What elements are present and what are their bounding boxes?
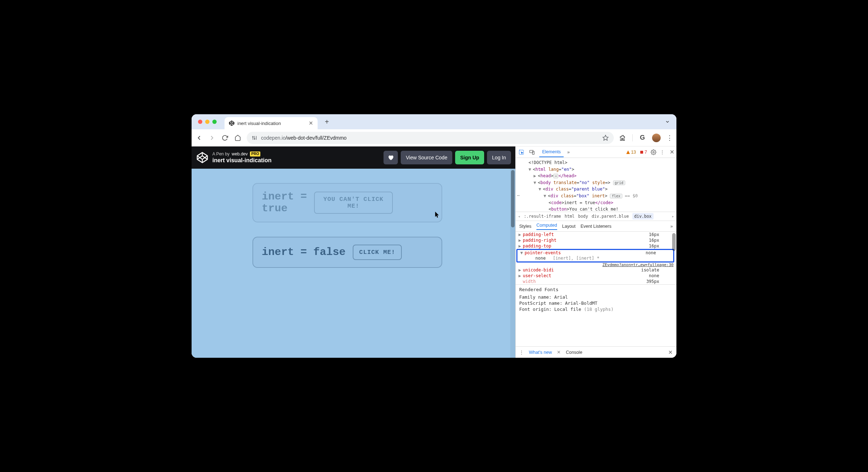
home-button[interactable]: [234, 134, 242, 142]
codepen-header: A Pen by web.dev PRO inert visual-indica…: [192, 146, 515, 169]
browser-menu-button[interactable]: ⋮: [666, 134, 673, 142]
more-tabs-icon[interactable]: »: [567, 150, 570, 155]
event-listeners-tab[interactable]: Event Listeners: [580, 224, 611, 229]
warnings-badge[interactable]: 13: [626, 150, 636, 155]
font-origin: Font origin: Local file (18 glyphs): [519, 307, 673, 312]
byline-author[interactable]: web.dev: [232, 151, 248, 156]
reload-button[interactable]: [221, 134, 229, 142]
codepen-logo-icon[interactable]: [196, 151, 209, 164]
svg-rect-8: [640, 151, 643, 154]
rendered-fonts-heading: Rendered Fonts: [519, 287, 673, 292]
computed-scrollbar-thumb[interactable]: [672, 233, 676, 251]
highlighted-prop: ▼pointer-eventsnone none[inert], [inert]…: [516, 249, 674, 263]
computed-tab[interactable]: Computed: [536, 223, 557, 230]
google-icon[interactable]: G: [638, 134, 646, 142]
drawer-close-icon[interactable]: ✕: [668, 349, 673, 356]
errors-badge[interactable]: 7: [640, 150, 647, 155]
view-source-button[interactable]: View Source Code: [401, 151, 452, 164]
love-button[interactable]: [384, 151, 398, 164]
demo-iframe: inert =true YOU CAN'T CLICK ME! inert = …: [192, 169, 515, 358]
devtools-settings-icon[interactable]: [651, 149, 656, 155]
inert-true-button: YOU CAN'T CLICK ME!: [314, 192, 393, 214]
devtools-panel: Elements » 13 7 ⋮ ✕: [515, 146, 676, 358]
browser-window: inert visual-indication ✕ + codepen.io/w…: [192, 114, 676, 358]
inert-false-code: inert = false: [262, 246, 346, 258]
back-button[interactable]: [195, 134, 203, 142]
styles-tab[interactable]: Styles: [519, 224, 531, 229]
browser-toolbar: codepen.io/web-dot-dev/full/ZEvdmmo G ⋮: [192, 129, 676, 146]
window-close-button[interactable]: [198, 120, 202, 124]
byline-prefix: A Pen by: [212, 151, 230, 156]
svg-point-2: [254, 138, 255, 139]
scrollbar-thumb[interactable]: [511, 170, 515, 227]
codepen-byline: A Pen by web.dev PRO: [212, 151, 271, 156]
font-family: Family name: Arial: [519, 294, 673, 300]
dom-tree[interactable]: ⋯ <!DOCTYPE html> ▼<html lang="en"> ▶<he…: [516, 158, 676, 212]
tab-title: inert visual-indication: [237, 121, 281, 126]
inspect-icon[interactable]: [518, 149, 525, 156]
dom-overflow-icon: ⋯: [517, 192, 520, 199]
styles-more-icon[interactable]: »: [670, 224, 673, 229]
toolbar-right: G ⋮: [619, 134, 673, 142]
codepen-titles: A Pen by web.dev PRO inert visual-indica…: [212, 151, 271, 164]
address-bar[interactable]: codepen.io/web-dot-dev/full/ZEvdmmo: [247, 132, 614, 144]
bookmark-star-icon[interactable]: [602, 135, 609, 141]
svg-marker-3: [603, 135, 608, 140]
inert-true-code: inert =true: [262, 191, 307, 215]
layout-tab[interactable]: Layout: [562, 224, 576, 229]
font-ps: PostScript name: Arial-BoldMT: [519, 300, 673, 306]
svg-point-1: [252, 136, 254, 138]
tab-list-button[interactable]: [665, 119, 670, 124]
computed-panel[interactable]: ▶padding-left16px ▶padding-right16px ▶pa…: [516, 232, 676, 346]
page-content: A Pen by web.dev PRO inert visual-indica…: [192, 146, 515, 358]
extensions-icon[interactable]: [619, 134, 627, 142]
devtools-close-icon[interactable]: ✕: [670, 149, 674, 155]
crumb-left-icon[interactable]: ◂: [518, 214, 520, 219]
mouse-cursor-icon: [435, 212, 440, 218]
window-zoom-button[interactable]: [212, 120, 217, 124]
whats-new-close-icon[interactable]: ✕: [557, 350, 561, 355]
source-link[interactable]: ZEvdmmo?anon=tr…ew=fullpage:30: [516, 263, 676, 267]
iframe-scrollbar[interactable]: [510, 169, 515, 358]
inert-false-button[interactable]: CLICK ME!: [353, 245, 402, 260]
svg-point-9: [653, 151, 654, 153]
devtools-drawer: ⋮ What's new ✕ Console ✕: [516, 346, 676, 358]
codepen-actions: View Source Code Sign Up Log In: [384, 151, 511, 164]
console-tab[interactable]: Console: [566, 350, 582, 355]
prop-row: ▶padding-left16px: [516, 232, 676, 237]
inert-true-box: inert =true YOU CAN'T CLICK ME!: [252, 183, 442, 222]
breadcrumb-item[interactable]: body: [578, 214, 588, 219]
whats-new-tab[interactable]: What's new: [529, 350, 552, 355]
prop-row-pointer-events: ▼pointer-eventsnone: [517, 250, 673, 256]
forward-button[interactable]: [208, 134, 216, 142]
device-toggle-icon[interactable]: [529, 149, 536, 156]
url-text: codepen.io/web-dot-dev/full/ZEvdmmo: [261, 135, 347, 141]
tab-close-icon[interactable]: ✕: [309, 120, 313, 126]
breadcrumb-item[interactable]: :.result-iframe: [524, 214, 561, 219]
prop-row: ▶padding-right16px: [516, 237, 676, 243]
window-minimize-button[interactable]: [205, 120, 209, 124]
devtools-tabs: Elements » 13 7 ⋮ ✕: [516, 146, 676, 158]
devtools-more-icon[interactable]: ⋮: [660, 149, 665, 155]
rendered-fonts: Rendered Fonts Family name: Arial PostSc…: [516, 284, 676, 315]
tab-strip: inert visual-indication ✕ +: [192, 114, 676, 129]
profile-avatar[interactable]: [652, 134, 661, 142]
breadcrumb-item[interactable]: html: [565, 214, 575, 219]
drawer-more-icon[interactable]: ⋮: [519, 350, 524, 355]
pen-title: inert visual-indication: [212, 157, 271, 164]
sign-up-button[interactable]: Sign Up: [455, 151, 484, 164]
prop-row: ▶user-selectnone: [516, 273, 676, 279]
log-in-button[interactable]: Log In: [487, 151, 511, 164]
traffic-lights: [198, 120, 217, 124]
new-tab-button[interactable]: +: [325, 118, 329, 126]
site-settings-icon[interactable]: [252, 135, 257, 141]
dom-breadcrumb[interactable]: ◂ :.result-iframe html body div.parent.b…: [516, 212, 676, 221]
breadcrumb-item-active[interactable]: div.box: [632, 213, 653, 220]
elements-tab[interactable]: Elements: [539, 147, 564, 157]
prop-source-row: none[inert], [inert] *: [517, 256, 673, 261]
browser-tab[interactable]: inert visual-indication ✕: [225, 117, 318, 129]
content-area: A Pen by web.dev PRO inert visual-indica…: [192, 146, 676, 358]
breadcrumb-item[interactable]: div.parent.blue: [592, 214, 629, 219]
crumb-right-icon[interactable]: ▸: [672, 214, 674, 219]
prop-row: ▶unicode-bidiisolate: [516, 267, 676, 273]
